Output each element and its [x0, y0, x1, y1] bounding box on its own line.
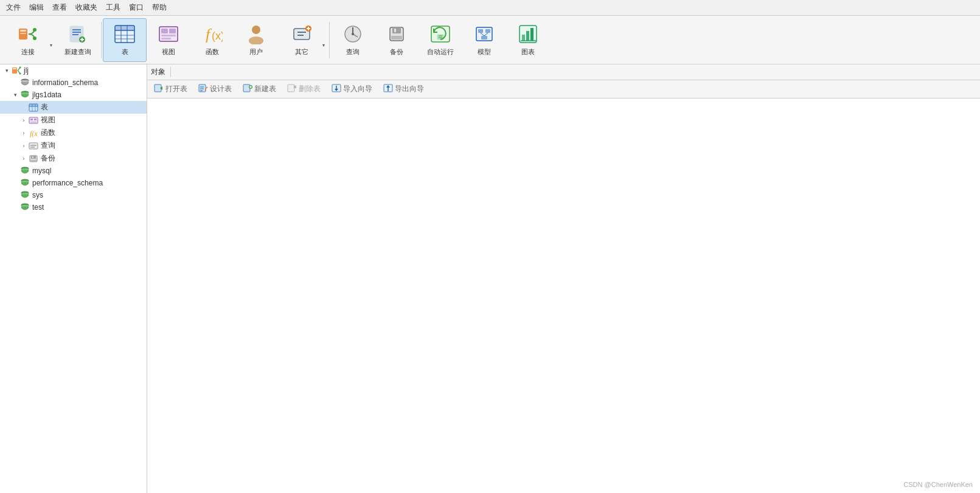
menu-window[interactable]: 窗口	[125, 1, 147, 14]
menu-favorites[interactable]: 收藏夹	[72, 1, 101, 14]
new-table-button[interactable]: 新建表	[238, 82, 280, 96]
tree-item-table[interactable]: 表	[0, 101, 147, 114]
tree-label-sys: sys	[32, 191, 43, 199]
tree-item-view[interactable]: › 视图	[0, 114, 147, 126]
menu-tools[interactable]: 工具	[102, 1, 124, 14]
tree-arrow-view: ›	[19, 117, 28, 123]
connect-icon	[17, 23, 39, 45]
tree-arrow-test	[11, 204, 19, 210]
menu-edit[interactable]: 编辑	[26, 1, 47, 14]
table-button[interactable]: 表	[103, 18, 147, 62]
svg-rect-49	[481, 36, 487, 40]
tree-item-func[interactable]: › f(x) 函数	[0, 126, 147, 139]
backup-button[interactable]: 备份	[375, 18, 419, 62]
tree-label-test: test	[32, 203, 44, 212]
tree-arrow-perf	[11, 180, 19, 186]
svg-rect-54	[526, 31, 529, 41]
function-label: 函数	[206, 47, 219, 57]
model-button[interactable]: 模型	[462, 18, 506, 62]
svg-rect-55	[530, 28, 533, 41]
tree-item-information-schema[interactable]: information_schema	[0, 77, 147, 89]
tree-arrow-backup: ›	[19, 156, 28, 162]
menu-view[interactable]: 查看	[49, 1, 71, 14]
svg-point-37	[352, 33, 354, 35]
tree-arrow-sys	[11, 192, 19, 198]
user-label: 用户	[249, 47, 263, 57]
import-wizard-button[interactable]: 导入向导	[327, 82, 377, 96]
db-icon-mysql	[19, 166, 30, 176]
menu-help[interactable]: 帮助	[148, 1, 170, 14]
view-icon	[158, 23, 179, 45]
tree-label-mysql: mysql	[32, 167, 51, 175]
svg-rect-23	[161, 38, 171, 40]
tree-arrow-table	[19, 105, 28, 111]
svg-rect-20	[161, 29, 168, 33]
func-node-icon: f(x)	[28, 128, 39, 138]
sidebar: ▾ jlj	[0, 64, 147, 493]
object-bar: 对象	[147, 64, 980, 80]
new-table-icon	[243, 84, 252, 94]
tree-item-jlj[interactable]: ▾ jlj	[0, 64, 147, 77]
backup-node-icon	[28, 154, 39, 164]
db-icon-test	[19, 202, 30, 212]
svg-rect-58	[13, 68, 16, 69]
menu-file[interactable]: 文件	[2, 1, 24, 14]
other-button[interactable]: 其它 ▾	[278, 18, 328, 62]
model-label: 模型	[478, 47, 491, 57]
toolbar-separator-1	[101, 22, 102, 58]
main-layout: ▾ jlj	[0, 64, 980, 493]
svg-point-59	[19, 67, 21, 69]
chart-button[interactable]: 图表	[506, 18, 550, 62]
tree-arrow-jlgs1data: ▾	[11, 92, 19, 98]
new-query-button[interactable]: 新建查询	[56, 18, 100, 62]
query-icon	[342, 23, 364, 45]
tree-item-jlgs1data[interactable]: ▾ jlgs1data	[0, 89, 147, 101]
tree-item-sys[interactable]: sys	[0, 189, 147, 201]
design-table-icon	[198, 84, 208, 94]
query-node-icon	[28, 141, 39, 151]
tree-arrow-query: ›	[19, 143, 28, 149]
function-button[interactable]: f (x) 函数	[190, 18, 234, 62]
menubar: 文件 编辑 查看 收藏夹 工具 窗口 帮助	[0, 0, 980, 16]
secondary-toolbar: 打开表 设计表	[147, 80, 980, 98]
open-table-button[interactable]: 打开表	[150, 82, 192, 96]
tree-item-performance-schema[interactable]: performance_schema	[0, 177, 147, 189]
svg-rect-70	[34, 119, 36, 120]
watermark: CSDN @ChenWenKen	[903, 481, 973, 488]
other-icon	[291, 23, 313, 45]
svg-rect-48	[485, 29, 490, 33]
tree-label-information-schema: information_schema	[32, 78, 98, 87]
svg-point-3	[33, 28, 36, 32]
db-icon-information-schema	[19, 78, 30, 88]
connect-button[interactable]: 连接 ▾	[2, 18, 56, 62]
tree-label-jlj: jlj	[24, 66, 29, 75]
content-body	[147, 98, 980, 493]
svg-rect-67	[29, 104, 38, 106]
design-table-label: 设计表	[210, 84, 232, 94]
view-button[interactable]: 视图	[147, 18, 190, 62]
svg-rect-22	[161, 35, 176, 36]
object-input[interactable]	[176, 68, 976, 77]
svg-rect-1	[20, 30, 26, 32]
new-query-icon	[67, 23, 89, 45]
user-button[interactable]: 用户	[234, 18, 278, 62]
db-icon-sys	[19, 190, 30, 200]
tree-item-test[interactable]: test	[0, 201, 147, 213]
export-wizard-button[interactable]: 导出向导	[379, 82, 428, 96]
tree-item-query[interactable]: › 查询	[0, 139, 147, 152]
view-node-icon	[28, 115, 39, 125]
export-wizard-label: 导出向导	[395, 84, 424, 94]
tree-arrow-jlj: ▾	[2, 67, 11, 74]
delete-table-button[interactable]: 删除表	[283, 82, 325, 96]
tree-arrow-info	[11, 80, 19, 86]
object-label: 对象	[151, 67, 171, 77]
tree-item-mysql[interactable]: mysql	[0, 165, 147, 177]
tree-arrow-mysql	[11, 168, 19, 174]
query-button[interactable]: 查询	[331, 18, 375, 62]
auto-run-button[interactable]: 自动运行	[419, 18, 462, 62]
content-area: 对象 打开表	[147, 64, 980, 493]
design-table-button[interactable]: 设计表	[194, 82, 236, 96]
svg-rect-40	[394, 29, 396, 32]
svg-rect-53	[522, 35, 525, 41]
tree-item-backup[interactable]: › 备份	[0, 152, 147, 165]
